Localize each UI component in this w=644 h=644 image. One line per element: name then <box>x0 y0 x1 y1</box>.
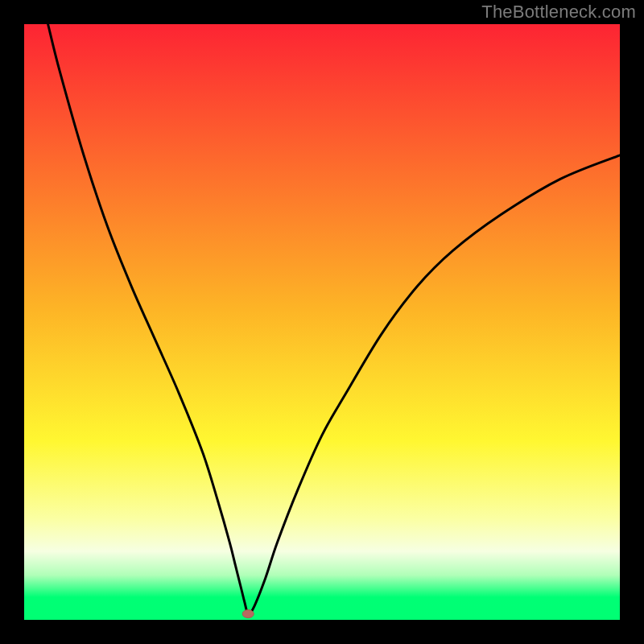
plot-area <box>24 24 620 620</box>
chart-svg <box>0 0 644 644</box>
chart-stage: TheBottleneck.com <box>0 0 644 644</box>
curve-minimum-dot <box>242 610 254 618</box>
watermark-text: TheBottleneck.com <box>481 2 636 23</box>
